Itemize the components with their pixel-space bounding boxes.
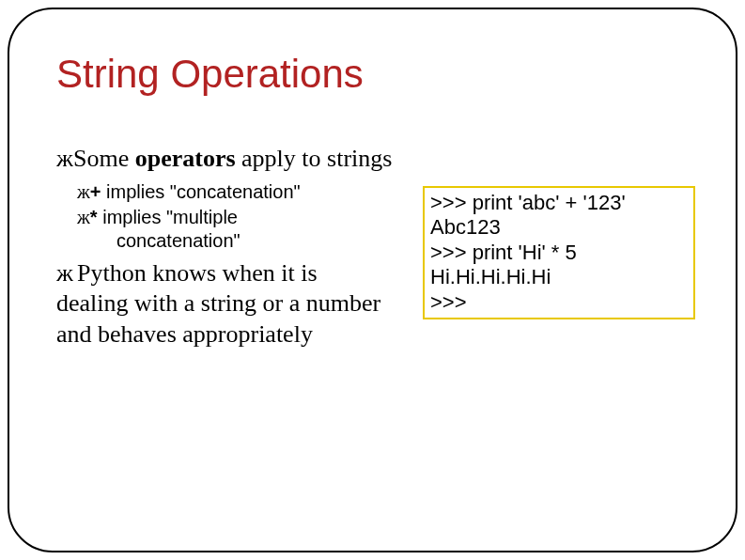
bullet-text-suffix: apply to strings	[236, 145, 393, 172]
columns: жSome operators apply to strings ж+ impl…	[56, 144, 707, 350]
bullet-marker-icon: ж	[56, 145, 73, 172]
bullet-main-2: жPython knows when it is dealing with a …	[56, 258, 395, 350]
bullet-sub-2: ж* implies "multiple concatenation"	[77, 206, 395, 253]
bullet-marker-icon: ж	[56, 259, 73, 287]
sub-bullet-text: implies "multiple	[98, 207, 238, 227]
sub-bullet-symbol: *	[90, 207, 98, 227]
sub-bullet-symbol: +	[90, 181, 101, 202]
left-column: жSome operators apply to strings ж+ impl…	[56, 144, 395, 350]
slide-title: String Operations	[56, 52, 707, 97]
sub-bullet-text: implies "concatenation"	[101, 181, 301, 202]
right-column: >>> print 'abc' + '123' Abc123 >>> print…	[423, 144, 695, 350]
slide-content: String Operations жSome operators apply …	[56, 52, 707, 350]
bullet-text: Python knows when it is dealing with a s…	[56, 259, 380, 348]
bullet-main-1: жSome operators apply to strings	[56, 144, 395, 175]
bullet-marker-icon: ж	[77, 207, 90, 227]
bullet-marker-icon: ж	[77, 181, 90, 202]
code-example: >>> print 'abc' + '123' Abc123 >>> print…	[423, 186, 695, 319]
bullet-text-bold: operators	[135, 145, 236, 172]
sub-bullet-text-line2: concatenation"	[116, 229, 395, 253]
bullet-sub-1: ж+ implies "concatenation"	[77, 180, 395, 204]
bullet-text-prefix: Some	[73, 145, 135, 172]
